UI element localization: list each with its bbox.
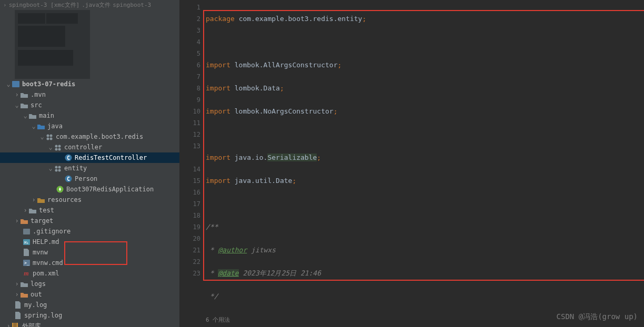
line-number[interactable]: 17	[179, 198, 200, 210]
class-icon: C	[64, 154, 73, 161]
chevron-down-icon[interactable]: ⌄	[31, 122, 37, 130]
chevron-right-icon[interactable]: ›	[5, 322, 12, 327]
line-number[interactable]: 20	[179, 233, 200, 244]
chevron-down-icon[interactable]: ⌄	[5, 80, 12, 88]
chevron-right-icon[interactable]: ›	[22, 207, 28, 214]
line-number[interactable]: 10	[179, 106, 200, 117]
excluded-folder-icon	[20, 292, 28, 298]
chevron-right-icon[interactable]: ›	[14, 280, 20, 288]
line-number[interactable]: 5	[179, 48, 200, 59]
tree-item-gitignore[interactable]: .gitignore	[0, 226, 179, 237]
tree-label: 外部库	[22, 322, 41, 328]
tree-item-test[interactable]: › test	[0, 205, 179, 216]
svg-rect-25	[16, 323, 18, 327]
line-number[interactable]: 1	[179, 2, 200, 13]
tree-item-app[interactable]: Boot307RedisApplication	[0, 184, 179, 195]
line-gutter: 1 2 3 4 5 6 7 8 9 10 11 12 13 14 15 16 1…	[179, 0, 206, 327]
breadcrumb-item[interactable]: spingboot-3	[113, 2, 151, 8]
tree-item-java[interactable]: ⌄ java	[0, 121, 179, 131]
svg-point-8	[58, 148, 61, 150]
svg-point-3	[47, 137, 49, 140]
file-icon	[22, 249, 31, 256]
line-number[interactable]: 16	[179, 187, 200, 198]
line-number[interactable]: 22	[179, 256, 200, 268]
maven-icon: m	[22, 270, 31, 278]
watermark: CSDN @冯浩(grow up)	[557, 312, 638, 322]
chevron-right-icon: ›	[3, 2, 7, 8]
svg-point-5	[55, 145, 58, 147]
folder-icon	[20, 92, 28, 98]
tree-item-out[interactable]: › out	[0, 289, 179, 300]
tree-item-mvnwcmd[interactable]: >_ mvnw.cmd	[0, 258, 179, 268]
tree-label: spring.log	[24, 312, 62, 319]
folder-icon	[20, 281, 28, 287]
class-icon: C	[64, 175, 73, 182]
line-number[interactable]: 9	[179, 94, 200, 106]
line-number[interactable]: 7	[179, 71, 200, 83]
package-icon	[54, 165, 62, 172]
folder-icon	[28, 208, 37, 213]
tree-item-mvn[interactable]: › .mvn	[0, 89, 179, 100]
tree-project-root[interactable]: ⌄ boot3-07-redis	[0, 79, 179, 89]
tree-item-springlog[interactable]: spring.log	[0, 310, 179, 321]
tree-label: my.log	[24, 301, 47, 309]
line-number[interactable]: 23	[179, 268, 200, 279]
tree-label: .mvn	[31, 91, 46, 98]
line-number[interactable]: 18	[179, 210, 200, 221]
tree-item-logs[interactable]: › logs	[0, 279, 179, 289]
line-number[interactable]: 6	[179, 59, 200, 71]
line-number[interactable]: 15	[179, 175, 200, 187]
chevron-right-icon[interactable]: ›	[31, 196, 37, 203]
line-number[interactable]: 13	[179, 140, 200, 152]
chevron-down-icon[interactable]: ⌄	[39, 133, 45, 140]
tree-item-package[interactable]: ⌄ com.example.boot3.redis	[0, 131, 179, 142]
tree-item-controller[interactable]: ⌄ controller	[0, 142, 179, 152]
tree-item-person[interactable]: C Person	[0, 173, 179, 184]
line-number[interactable]: 11	[179, 117, 200, 129]
tree-label: controller	[64, 144, 102, 151]
tree-item-mvnw[interactable]: mvnw	[0, 247, 179, 258]
svg-text:C: C	[67, 176, 70, 182]
chevron-right-icon[interactable]: ›	[14, 217, 20, 224]
tree-item-resources[interactable]: › resources	[0, 195, 179, 205]
project-tree[interactable]: ⌄ boot3-07-redis › .mvn ⌄ src ⌄ main ⌄	[0, 79, 179, 327]
line-number[interactable]: 12	[179, 129, 200, 140]
svg-text:M↓: M↓	[24, 241, 28, 245]
gitignore-icon	[22, 228, 31, 235]
svg-point-7	[55, 148, 58, 150]
line-number[interactable]: 14	[179, 164, 200, 175]
tree-item-help[interactable]: M↓ HELP.md	[0, 237, 179, 247]
tree-item-main[interactable]: ⌄ main	[0, 110, 179, 121]
chevron-right-icon[interactable]: ›	[14, 291, 20, 298]
line-number[interactable]: 19	[179, 221, 200, 233]
package-icon	[54, 144, 62, 151]
chevron-down-icon[interactable]: ⌄	[47, 144, 54, 151]
tree-label: RedisTestController	[75, 154, 147, 161]
tree-label: test	[39, 207, 54, 214]
tree-item-entity[interactable]: ⌄ entity	[0, 163, 179, 173]
code-content[interactable]: package com.example.boot3.redis.entity; …	[206, 0, 644, 327]
line-number[interactable]: 2	[179, 13, 200, 25]
code-editor[interactable]: 1 2 3 4 5 6 7 8 9 10 11 12 13 14 15 16 1…	[179, 0, 644, 327]
line-number[interactable]: 3	[179, 25, 200, 36]
breadcrumb-item[interactable]: .java文件	[82, 1, 110, 9]
tree-item-pom[interactable]: m pom.xml	[0, 268, 179, 279]
tree-item-mylog[interactable]: my.log	[0, 300, 179, 310]
svg-point-1	[47, 134, 49, 137]
tree-item-src[interactable]: ⌄ src	[0, 100, 179, 110]
breadcrumb-item[interactable]: spingboot-3 [xmc文件]	[9, 1, 80, 9]
tree-label: resources	[47, 196, 82, 203]
tree-item-redistestcontroller[interactable]: C RedisTestController	[0, 152, 179, 163]
chevron-down-icon[interactable]: ⌄	[47, 165, 54, 172]
tree-label: HELP.md	[33, 238, 59, 246]
tree-item-target[interactable]: › target	[0, 216, 179, 226]
svg-point-12	[58, 166, 61, 168]
tree-item-externallibs[interactable]: › 外部库	[0, 321, 179, 327]
line-number[interactable]: 8	[179, 83, 200, 94]
chevron-down-icon[interactable]: ⌄	[14, 101, 20, 109]
chevron-right-icon[interactable]: ›	[14, 91, 20, 98]
line-number[interactable]: 4	[179, 36, 200, 48]
chevron-down-icon[interactable]: ⌄	[22, 112, 28, 119]
folder-icon	[28, 113, 37, 119]
line-number[interactable]: 21	[179, 244, 200, 256]
